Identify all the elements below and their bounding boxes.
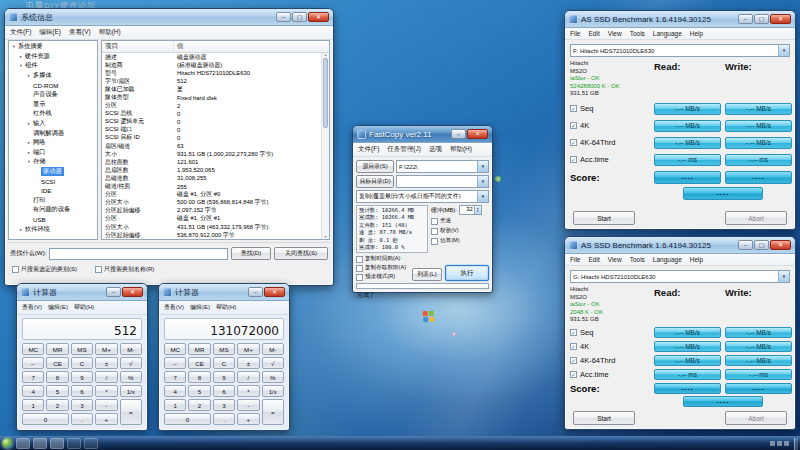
- minimize-button[interactable]: –: [276, 12, 291, 22]
- search-selected-category-checkbox[interactable]: 只搜索选定的类别(S): [12, 265, 77, 274]
- close-button[interactable]: ✕: [467, 129, 488, 139]
- tree-item[interactable]: ▾ 存储: [9, 157, 97, 167]
- calculator-key[interactable]: C: [71, 357, 93, 369]
- spinner-arrows-icon[interactable]: ▲▼: [474, 206, 481, 214]
- tree-expand-icon[interactable]: ▾: [26, 159, 32, 164]
- calculator-key[interactable]: ±: [95, 357, 117, 369]
- calculator-key[interactable]: MR: [188, 343, 210, 355]
- calculator-key[interactable]: 0: [22, 413, 69, 425]
- tree-expand-icon[interactable]: ▸: [26, 121, 32, 126]
- menu-item[interactable]: 查看(V): [22, 303, 42, 312]
- calculator-key[interactable]: 7: [164, 371, 186, 383]
- scrollbar-thumb[interactable]: [323, 58, 328, 128]
- drive-combo[interactable]: F: Hitachi HDS721010DLE630 ▼: [570, 44, 790, 57]
- search-category-names-checkbox[interactable]: 只搜索类别名称(R): [95, 265, 154, 274]
- minimize-button[interactable]: –: [106, 287, 121, 297]
- buffer-spinner[interactable]: 32 ▲▼: [459, 205, 482, 215]
- tree-item[interactable]: 声音设备: [9, 90, 97, 100]
- calculator-key[interactable]: CE: [46, 357, 68, 369]
- calculator-key[interactable]: 1: [22, 399, 44, 411]
- taskbar-app-icon[interactable]: [50, 438, 64, 449]
- calculator-key[interactable]: ←: [22, 357, 44, 369]
- calculator-key[interactable]: =: [262, 399, 284, 425]
- menu-item[interactable]: Help: [690, 30, 703, 37]
- calculator-key[interactable]: 2: [188, 399, 210, 411]
- menu-item[interactable]: Edit: [588, 256, 599, 263]
- calculator-key[interactable]: %: [262, 371, 284, 383]
- menu-item[interactable]: 帮助(H): [450, 145, 472, 154]
- calculator-key[interactable]: 8: [46, 371, 68, 383]
- test-checkbox[interactable]: [570, 139, 577, 146]
- menu-item[interactable]: 帮助(H): [74, 303, 94, 312]
- calculator-key[interactable]: 9: [213, 371, 235, 383]
- tree-item[interactable]: ▸ 多媒体: [9, 71, 97, 81]
- option-checkbox[interactable]: 估算(M): [431, 237, 489, 245]
- start-button[interactable]: Start: [573, 211, 635, 225]
- test-checkbox[interactable]: [570, 357, 577, 364]
- tree-item[interactable]: 红外线: [9, 109, 97, 119]
- menu-item[interactable]: Tools: [630, 30, 645, 37]
- calculator-key[interactable]: +: [237, 413, 259, 425]
- calculator-key[interactable]: +: [95, 413, 117, 425]
- menu-item[interactable]: 编辑(E): [190, 303, 210, 312]
- test-checkbox[interactable]: [570, 343, 577, 350]
- calculator-key[interactable]: 6: [213, 385, 235, 397]
- system-tray[interactable]: [768, 441, 791, 446]
- calculator-key[interactable]: MS: [71, 343, 93, 355]
- calculator-key[interactable]: *: [237, 385, 259, 397]
- menu-item[interactable]: 文件(F): [358, 145, 379, 154]
- copy-option-checkbox[interactable]: 预读模式(R): [356, 273, 409, 281]
- close-button[interactable]: ✕: [308, 12, 329, 22]
- source-dir-button[interactable]: 源目录(S): [356, 160, 394, 173]
- test-checkbox[interactable]: [570, 122, 577, 129]
- abort-button[interactable]: Abort: [725, 411, 787, 425]
- fastcopy-titlebar[interactable]: FastCopy ver2.11 – ✕: [353, 126, 492, 143]
- calculator-key[interactable]: 0: [164, 413, 211, 425]
- column-header-item[interactable]: 项目: [102, 41, 174, 52]
- calculator-key[interactable]: MC: [164, 343, 186, 355]
- calculator-key[interactable]: C: [213, 357, 235, 369]
- tree-expand-icon[interactable]: ▸: [26, 140, 32, 145]
- menu-item[interactable]: Tools: [630, 256, 645, 263]
- start-button[interactable]: [2, 438, 13, 449]
- tree-item[interactable]: CD-ROM: [9, 80, 97, 90]
- calculator-key[interactable]: √: [120, 357, 142, 369]
- menu-item[interactable]: 任务管理(J): [387, 145, 421, 154]
- close-button[interactable]: ✕: [770, 240, 791, 250]
- tree-expand-icon[interactable]: ▸: [26, 73, 32, 78]
- taskbar-app-icon[interactable]: [16, 438, 30, 449]
- tree-item[interactable]: ▸ 端口: [9, 148, 97, 158]
- menu-item[interactable]: File: [570, 256, 580, 263]
- calculator-key[interactable]: /: [95, 371, 117, 383]
- menu-item[interactable]: Language: [653, 30, 682, 37]
- tree-item[interactable]: ▸ 输入: [9, 119, 97, 129]
- calculator-key[interactable]: 5: [46, 385, 68, 397]
- tree-item[interactable]: SCSI: [9, 176, 97, 186]
- maximize-button[interactable]: ▢: [292, 12, 307, 22]
- calculator-key[interactable]: 3: [213, 399, 235, 411]
- dest-path-combo[interactable]: ▼: [396, 175, 489, 188]
- system-info-titlebar[interactable]: 系统信息 – ▢ ✕: [5, 9, 333, 26]
- menu-item[interactable]: 查看(V): [164, 303, 184, 312]
- calculator-key[interactable]: 6: [71, 385, 93, 397]
- menu-item[interactable]: 帮助(H): [216, 303, 236, 312]
- abort-button[interactable]: Abort: [725, 211, 787, 225]
- calculator-key[interactable]: MC: [22, 343, 44, 355]
- taskbar-app-icon[interactable]: [67, 438, 81, 449]
- calculator-key[interactable]: =: [120, 399, 142, 425]
- calculator-key[interactable]: 1/x: [120, 385, 142, 397]
- tree-expand-icon[interactable]: ▾: [18, 63, 24, 68]
- test-checkbox[interactable]: [570, 329, 577, 336]
- calculator-key[interactable]: CE: [188, 357, 210, 369]
- find-input[interactable]: [49, 248, 228, 260]
- calculator-key[interactable]: M+: [95, 343, 117, 355]
- vertical-scrollbar[interactable]: ▲ ▼: [321, 53, 329, 239]
- menu-item[interactable]: 查看(V): [69, 28, 91, 37]
- tree-item[interactable]: USB: [9, 215, 97, 225]
- minimize-button[interactable]: –: [738, 240, 753, 250]
- test-checkbox[interactable]: [570, 105, 577, 112]
- dest-dir-button[interactable]: 目标目录(D): [356, 175, 394, 188]
- menu-item[interactable]: View: [608, 30, 622, 37]
- option-checkbox[interactable]: 全速: [431, 217, 489, 225]
- tree-item[interactable]: ▸ 硬件资源: [9, 52, 97, 62]
